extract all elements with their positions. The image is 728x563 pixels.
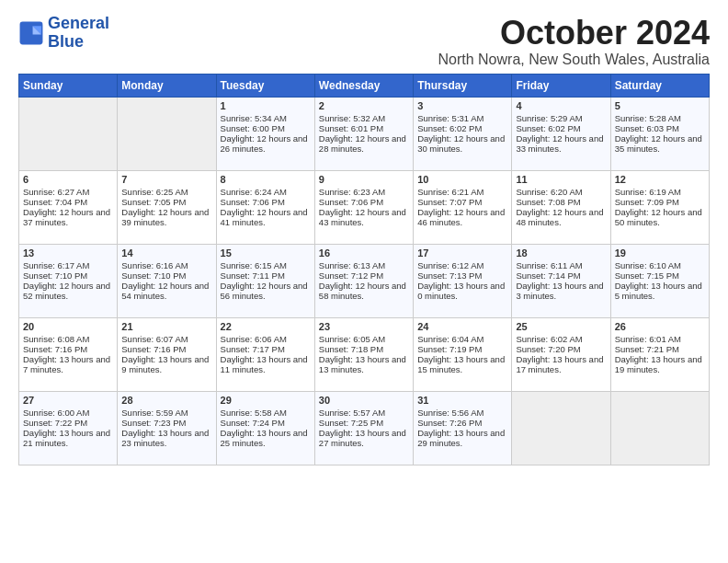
col-header-friday: Friday bbox=[512, 74, 610, 97]
daylight: Daylight: 12 hours and 43 minutes. bbox=[319, 207, 406, 227]
week-row-4: 20Sunrise: 6:08 AMSunset: 7:16 PMDayligh… bbox=[19, 317, 710, 391]
sunset: Sunset: 7:16 PM bbox=[23, 344, 87, 354]
calendar-cell: 24Sunrise: 6:04 AMSunset: 7:19 PMDayligh… bbox=[414, 317, 512, 391]
daylight: Daylight: 13 hours and 29 minutes. bbox=[417, 428, 505, 448]
sunset: Sunset: 7:10 PM bbox=[23, 270, 87, 281]
sunset: Sunset: 7:20 PM bbox=[516, 344, 580, 354]
day-number: 30 bbox=[319, 395, 409, 406]
daylight: Daylight: 13 hours and 17 minutes. bbox=[516, 354, 603, 374]
calendar-cell: 13Sunrise: 6:17 AMSunset: 7:10 PMDayligh… bbox=[19, 244, 118, 317]
daylight: Daylight: 13 hours and 15 minutes. bbox=[417, 354, 505, 374]
col-header-tuesday: Tuesday bbox=[216, 74, 314, 97]
day-number: 3 bbox=[417, 100, 507, 111]
calendar-cell: 21Sunrise: 6:07 AMSunset: 7:16 PMDayligh… bbox=[118, 317, 216, 391]
sunset: Sunset: 7:08 PM bbox=[516, 197, 580, 207]
sunrise: Sunrise: 5:29 AM bbox=[516, 113, 582, 123]
calendar-cell: 9Sunrise: 6:23 AMSunset: 7:06 PMDaylight… bbox=[314, 170, 413, 244]
day-number: 1 bbox=[221, 100, 311, 111]
daylight: Daylight: 12 hours and 56 minutes. bbox=[221, 281, 308, 301]
daylight: Daylight: 13 hours and 0 minutes. bbox=[417, 281, 505, 301]
sunrise: Sunrise: 5:28 AM bbox=[615, 113, 681, 123]
sunrise: Sunrise: 6:12 AM bbox=[417, 260, 483, 270]
daylight: Daylight: 13 hours and 3 minutes. bbox=[516, 281, 603, 301]
calendar-cell: 11Sunrise: 6:20 AMSunset: 7:08 PMDayligh… bbox=[512, 170, 610, 244]
day-number: 19 bbox=[615, 247, 705, 259]
sunset: Sunset: 7:07 PM bbox=[417, 197, 482, 207]
sunset: Sunset: 6:03 PM bbox=[615, 123, 679, 133]
sunset: Sunset: 7:06 PM bbox=[221, 197, 285, 207]
day-number: 21 bbox=[121, 321, 211, 332]
calendar-cell bbox=[610, 391, 709, 465]
sunset: Sunset: 7:24 PM bbox=[221, 418, 285, 428]
calendar-cell: 31Sunrise: 5:56 AMSunset: 7:26 PMDayligh… bbox=[414, 391, 512, 465]
calendar-cell: 17Sunrise: 6:12 AMSunset: 7:13 PMDayligh… bbox=[414, 244, 512, 317]
sunset: Sunset: 6:00 PM bbox=[221, 123, 285, 133]
day-number: 15 bbox=[221, 247, 311, 259]
sunrise: Sunrise: 6:05 AM bbox=[319, 334, 385, 344]
sunset: Sunset: 6:02 PM bbox=[516, 123, 580, 133]
sunset: Sunset: 6:01 PM bbox=[319, 123, 383, 133]
sunrise: Sunrise: 6:11 AM bbox=[516, 260, 582, 270]
sunset: Sunset: 7:23 PM bbox=[121, 418, 186, 428]
calendar-cell: 30Sunrise: 5:57 AMSunset: 7:25 PMDayligh… bbox=[314, 391, 413, 465]
calendar-cell: 12Sunrise: 6:19 AMSunset: 7:09 PMDayligh… bbox=[610, 170, 709, 244]
daylight: Daylight: 12 hours and 33 minutes. bbox=[516, 133, 603, 154]
sunset: Sunset: 6:02 PM bbox=[417, 123, 482, 133]
sunrise: Sunrise: 6:02 AM bbox=[516, 334, 582, 344]
day-number: 6 bbox=[23, 174, 113, 185]
daylight: Daylight: 12 hours and 30 minutes. bbox=[417, 133, 505, 154]
sunrise: Sunrise: 6:24 AM bbox=[221, 187, 287, 197]
daylight: Daylight: 13 hours and 21 minutes. bbox=[23, 428, 110, 448]
daylight: Daylight: 13 hours and 7 minutes. bbox=[23, 354, 110, 374]
day-number: 28 bbox=[121, 395, 211, 406]
calendar-cell: 5Sunrise: 5:28 AMSunset: 6:03 PMDaylight… bbox=[610, 97, 709, 170]
col-header-saturday: Saturday bbox=[610, 74, 709, 97]
sunrise: Sunrise: 6:27 AM bbox=[23, 187, 89, 197]
daylight: Daylight: 12 hours and 28 minutes. bbox=[319, 133, 406, 154]
page: General Blue October 2024 North Nowra, N… bbox=[0, 0, 728, 475]
day-number: 11 bbox=[516, 174, 606, 185]
sunset: Sunset: 7:22 PM bbox=[23, 418, 87, 428]
calendar-cell: 1Sunrise: 5:34 AMSunset: 6:00 PMDaylight… bbox=[216, 97, 314, 170]
daylight: Daylight: 13 hours and 5 minutes. bbox=[615, 281, 702, 301]
calendar-title: October 2024 bbox=[438, 15, 710, 52]
sunrise: Sunrise: 5:57 AM bbox=[319, 408, 385, 418]
day-number: 31 bbox=[417, 395, 507, 406]
sunrise: Sunrise: 6:15 AM bbox=[221, 260, 287, 270]
col-header-sunday: Sunday bbox=[19, 74, 118, 97]
sunset: Sunset: 7:06 PM bbox=[319, 197, 383, 207]
sunset: Sunset: 7:25 PM bbox=[319, 418, 383, 428]
daylight: Daylight: 12 hours and 50 minutes. bbox=[615, 207, 702, 227]
logo: General Blue bbox=[18, 15, 109, 52]
day-number: 2 bbox=[319, 100, 409, 111]
calendar-table: SundayMondayTuesdayWednesdayThursdayFrid… bbox=[18, 74, 710, 465]
calendar-cell: 2Sunrise: 5:32 AMSunset: 6:01 PMDaylight… bbox=[314, 97, 413, 170]
daylight: Daylight: 13 hours and 27 minutes. bbox=[319, 428, 406, 448]
sunset: Sunset: 7:26 PM bbox=[417, 418, 482, 428]
daylight: Daylight: 12 hours and 35 minutes. bbox=[615, 133, 702, 154]
calendar-subtitle: North Nowra, New South Wales, Australia bbox=[438, 52, 710, 68]
daylight: Daylight: 12 hours and 54 minutes. bbox=[121, 281, 209, 301]
sunset: Sunset: 7:14 PM bbox=[516, 270, 580, 281]
day-number: 10 bbox=[417, 174, 507, 185]
calendar-cell: 18Sunrise: 6:11 AMSunset: 7:14 PMDayligh… bbox=[512, 244, 610, 317]
calendar-cell: 20Sunrise: 6:08 AMSunset: 7:16 PMDayligh… bbox=[19, 317, 118, 391]
calendar-cell: 22Sunrise: 6:06 AMSunset: 7:17 PMDayligh… bbox=[216, 317, 314, 391]
title-block: October 2024 North Nowra, New South Wale… bbox=[438, 15, 710, 68]
sunrise: Sunrise: 6:01 AM bbox=[615, 334, 681, 344]
week-row-2: 6Sunrise: 6:27 AMSunset: 7:04 PMDaylight… bbox=[19, 170, 710, 244]
sunset: Sunset: 7:10 PM bbox=[121, 270, 186, 281]
sunrise: Sunrise: 6:19 AM bbox=[615, 187, 681, 197]
calendar-cell: 26Sunrise: 6:01 AMSunset: 7:21 PMDayligh… bbox=[610, 317, 709, 391]
day-number: 18 bbox=[516, 247, 606, 259]
sunrise: Sunrise: 6:21 AM bbox=[417, 187, 483, 197]
day-number: 5 bbox=[615, 100, 705, 111]
col-header-wednesday: Wednesday bbox=[314, 74, 413, 97]
day-number: 8 bbox=[221, 174, 311, 185]
sunrise: Sunrise: 6:10 AM bbox=[615, 260, 681, 270]
day-number: 23 bbox=[319, 321, 409, 332]
sunrise: Sunrise: 6:00 AM bbox=[23, 408, 89, 418]
calendar-cell: 4Sunrise: 5:29 AMSunset: 6:02 PMDaylight… bbox=[512, 97, 610, 170]
sunset: Sunset: 7:12 PM bbox=[319, 270, 383, 281]
calendar-cell: 25Sunrise: 6:02 AMSunset: 7:20 PMDayligh… bbox=[512, 317, 610, 391]
